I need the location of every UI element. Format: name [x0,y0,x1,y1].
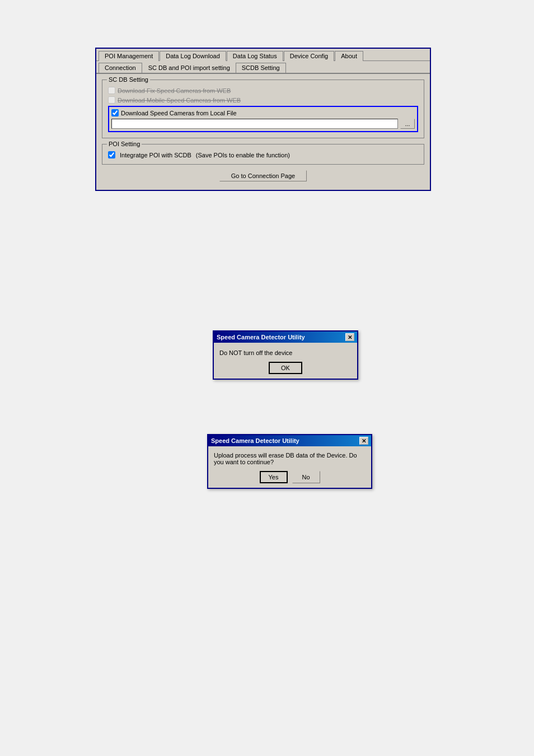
poi-group-content: Integratge POI with SCDB (Save POIs to e… [108,151,418,158]
tab-about[interactable]: About [335,51,363,61]
dialog1-close-icon: ✕ [348,334,352,340]
sub-tab-scdb-poi: SC DB and POI import setting [143,63,236,73]
file-input-row: ... [111,119,415,129]
checkbox-mobile-speed[interactable] [108,96,115,104]
tab-data-log-status[interactable]: Data Log Status [227,51,283,61]
sub-tab-connection[interactable]: Connection [99,63,142,73]
file-path-input[interactable] [111,119,398,129]
dialog2-titlebar: Speed Camera Detector Utility ✕ [208,435,371,446]
sub-tab-scdb-setting[interactable]: SCDB Setting [236,63,286,73]
tab-bar: POI Management Data Log Download Data Lo… [96,49,430,61]
label-fix-speed: Download Fix Speed Cameras from WEB [118,87,231,94]
tab-device-config[interactable]: Device Config [284,51,334,61]
dialog2-close-icon: ✕ [362,438,366,444]
checkbox-fix-speed[interactable] [108,87,115,94]
dialog2-message: Upload process will erase DB data of the… [214,452,366,465]
browse-button[interactable]: ... [400,119,415,129]
dialog2-body: Upload process will erase DB data of the… [208,446,371,488]
dialog1-message: Do NOT turn off the device [219,349,352,356]
option-fix-speed: Download Fix Speed Cameras from WEB [108,87,418,94]
checkbox-integrate-poi[interactable] [108,151,115,158]
dialog1-buttons: OK [219,362,352,374]
scdb-group: SC DB Setting Download Fix Speed Cameras… [102,80,424,138]
dialog1-titlebar: Speed Camera Detector Utility ✕ [214,332,357,343]
dialog2-yes-button[interactable]: Yes [260,471,288,483]
tab-poi-management[interactable]: POI Management [99,51,159,61]
content-area: SC DB Setting Download Fix Speed Cameras… [96,74,430,190]
main-window: POI Management Data Log Download Data Lo… [95,48,431,191]
label-mobile-speed: Download Mobile Speed Cameras from WEB [118,97,241,104]
go-to-connection-button[interactable]: Go to Connection Page [219,170,307,181]
tab-data-log-download[interactable]: Data Log Download [160,51,226,61]
checkbox-local-file[interactable] [111,109,119,116]
dialog1-close-button[interactable]: ✕ [345,333,354,341]
dialog2-title: Speed Camera Detector Utility [211,437,299,444]
dialog1-title: Speed Camera Detector Utility [217,334,305,340]
dialog2-buttons: Yes No [214,471,366,483]
dialog-upload-confirm: Speed Camera Detector Utility ✕ Upload p… [207,434,372,489]
poi-note: (Save POIs to enable the function) [196,152,290,158]
poi-group: POI Setting Integratge POI with SCDB (Sa… [102,144,424,165]
label-local-file: Download Speed Cameras from Local File [121,110,237,116]
option-local-file: Download Speed Cameras from Local File [111,109,415,116]
option-mobile-speed: Download Mobile Speed Cameras from WEB [108,96,418,104]
scdb-group-title: SC DB Setting [107,76,150,83]
dialog2-no-button[interactable]: No [292,471,320,483]
dialog2-close-button[interactable]: ✕ [359,437,368,445]
dialog-do-not-turn-off: Speed Camera Detector Utility ✕ Do NOT t… [213,330,358,380]
dialog1-ok-button[interactable]: OK [269,362,302,374]
local-file-area: Download Speed Cameras from Local File .… [108,106,418,132]
sub-tab-bar: Connection SC DB and POI import setting … [96,61,430,74]
poi-integrate-row: Integratge POI with SCDB (Save POIs to e… [108,151,418,158]
poi-group-title: POI Setting [107,141,142,147]
label-integrate-poi: Integratge POI with SCDB [120,152,191,158]
scdb-group-content: Download Fix Speed Cameras from WEB Down… [108,87,418,132]
dialog1-body: Do NOT turn off the device OK [214,343,357,379]
